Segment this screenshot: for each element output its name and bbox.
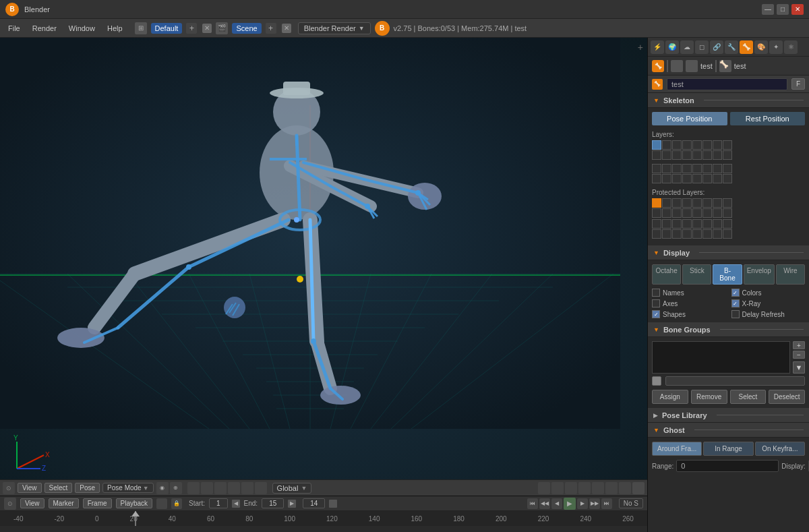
layer-15[interactable] xyxy=(713,150,722,160)
viewport-icon-2[interactable] xyxy=(551,482,564,494)
assign-button[interactable]: Assign xyxy=(652,390,688,404)
prot-layer-29[interactable] xyxy=(692,229,702,239)
viewport-icon-6[interactable] xyxy=(605,482,618,494)
render-engine-selector[interactable]: Blender Render ▼ xyxy=(298,22,371,34)
viewport-type-icon[interactable]: ⊙ xyxy=(3,482,15,494)
mode-selector[interactable]: Pose Mode ▼ xyxy=(102,483,154,493)
tool-icon-4[interactable] xyxy=(228,482,240,494)
stick-button[interactable]: Stick xyxy=(682,264,711,285)
pose-menu[interactable]: Pose xyxy=(75,483,100,493)
skip-start-button[interactable]: ⏮ xyxy=(527,498,538,509)
layer-32[interactable] xyxy=(723,174,732,183)
icon-2[interactable] xyxy=(671,60,683,72)
object-tab[interactable]: ◻ xyxy=(695,40,709,54)
prot-layer-14[interactable] xyxy=(702,208,712,218)
start-frame-input[interactable]: 1 xyxy=(209,498,228,508)
envelop-button[interactable]: Envelop xyxy=(744,264,775,285)
particles-tab[interactable]: ✦ xyxy=(769,40,783,54)
viewport-icon-8[interactable] xyxy=(632,482,645,494)
skip-end-button[interactable]: ⏭ xyxy=(601,498,612,509)
prot-layer-4[interactable] xyxy=(692,198,702,208)
tool-icon-3[interactable] xyxy=(214,482,227,494)
minimize-button[interactable]: — xyxy=(762,4,774,15)
end-frame-input[interactable]: 15 xyxy=(262,498,284,508)
prot-layer-10[interactable] xyxy=(662,208,671,218)
prot-layer-18[interactable] xyxy=(662,219,671,229)
workspace-label[interactable]: Default xyxy=(151,23,183,34)
data-name-input[interactable] xyxy=(667,78,787,90)
remove-button[interactable]: Remove xyxy=(691,390,727,404)
bone-group-down-button[interactable]: ▼ xyxy=(793,361,805,374)
select-menu[interactable]: Select xyxy=(44,483,73,493)
bone-group-add-button[interactable]: + xyxy=(793,341,805,349)
prot-layer-27[interactable] xyxy=(672,229,682,239)
data-tab[interactable]: 🦴 xyxy=(740,40,753,54)
render-tab[interactable]: ⚡ xyxy=(651,40,664,54)
menu-help[interactable]: Help xyxy=(102,23,128,34)
timeline-frame-menu[interactable]: Frame xyxy=(83,498,112,508)
timeline-view-menu[interactable]: View xyxy=(20,498,44,508)
layer-28[interactable] xyxy=(682,174,692,183)
tool-icon-5[interactable] xyxy=(241,482,253,494)
prot-layer-1[interactable] xyxy=(662,198,671,208)
prot-layer-28[interactable] xyxy=(682,229,692,239)
frame-back2-icon[interactable] xyxy=(329,500,337,508)
layer-7[interactable] xyxy=(713,140,722,150)
in-range-button[interactable]: In Range xyxy=(703,442,753,456)
prot-layer-12[interactable] xyxy=(682,208,692,218)
pose-position-button[interactable]: Pose Position xyxy=(652,112,727,125)
pivot-icon[interactable]: ◉ xyxy=(156,482,169,494)
prot-layer-32[interactable] xyxy=(723,229,732,239)
play-back-button[interactable]: ◀◀ xyxy=(539,498,550,509)
prot-layer-20[interactable] xyxy=(682,219,692,229)
menu-file[interactable]: File xyxy=(3,23,26,34)
layer-22[interactable] xyxy=(702,164,712,173)
prot-layer-26[interactable] xyxy=(662,229,671,239)
scene-add-button[interactable]: + xyxy=(266,23,276,34)
prot-layer-7[interactable] xyxy=(723,198,732,208)
prot-layer-31[interactable] xyxy=(713,229,722,239)
maximize-button[interactable]: □ xyxy=(777,4,789,15)
play-button[interactable]: ▶ xyxy=(564,498,576,510)
layer-12[interactable] xyxy=(682,150,692,160)
layer-24[interactable] xyxy=(723,164,732,173)
octahe-button[interactable]: Octahe xyxy=(652,264,681,285)
transform-space-selector[interactable]: Global ▼ xyxy=(272,483,312,494)
prot-layer-24[interactable] xyxy=(723,219,732,229)
scene-label[interactable]: Scene xyxy=(232,23,261,34)
next-frame-button[interactable]: ▶ xyxy=(577,498,588,509)
xray-checkbox[interactable] xyxy=(731,299,740,307)
prot-layer-23[interactable] xyxy=(713,219,722,229)
prot-layer-active[interactable] xyxy=(652,198,661,208)
layer-25[interactable] xyxy=(652,174,661,183)
timeline-icon[interactable]: ⊙ xyxy=(4,498,16,510)
viewport-icon-4[interactable] xyxy=(578,482,591,494)
prot-layer-21[interactable] xyxy=(692,219,702,229)
ghost-section-header[interactable]: ▼ Ghost xyxy=(648,423,809,438)
prev-frame-button[interactable]: ◀ xyxy=(551,498,562,509)
prot-layer-5[interactable] xyxy=(702,198,712,208)
bbone-button[interactable]: B-Bone xyxy=(713,264,742,285)
icon-3[interactable] xyxy=(686,60,698,72)
tool-icon-2[interactable] xyxy=(201,482,213,494)
viewport-3d[interactable]: User Persp Meters + xyxy=(0,38,647,532)
layer-9[interactable] xyxy=(652,150,661,160)
lock-icon[interactable]: 🔒 xyxy=(171,498,182,509)
prot-layer-11[interactable] xyxy=(672,208,682,218)
delay-refresh-checkbox[interactable] xyxy=(731,310,740,318)
layer-6[interactable] xyxy=(702,140,712,150)
on-keyframe-button[interactable]: On Keyfra... xyxy=(755,442,805,456)
active-context-icon[interactable]: 🦴 xyxy=(652,60,664,72)
layer-3[interactable] xyxy=(672,140,682,150)
deselect-button[interactable]: Deselect xyxy=(769,390,805,404)
view-menu[interactable]: View xyxy=(18,483,42,493)
bone-groups-section-header[interactable]: ▼ Bone Groups xyxy=(648,322,809,337)
names-checkbox[interactable] xyxy=(652,289,660,297)
prot-layer-19[interactable] xyxy=(672,219,682,229)
modifiers-tab[interactable]: 🔧 xyxy=(725,40,738,54)
play-fwd-button[interactable]: ▶▶ xyxy=(589,498,600,509)
prot-layer-25[interactable] xyxy=(652,229,661,239)
fake-user-button[interactable]: F xyxy=(791,78,805,90)
bone-color-swatch[interactable] xyxy=(652,376,661,386)
colors-checkbox[interactable] xyxy=(731,289,740,297)
